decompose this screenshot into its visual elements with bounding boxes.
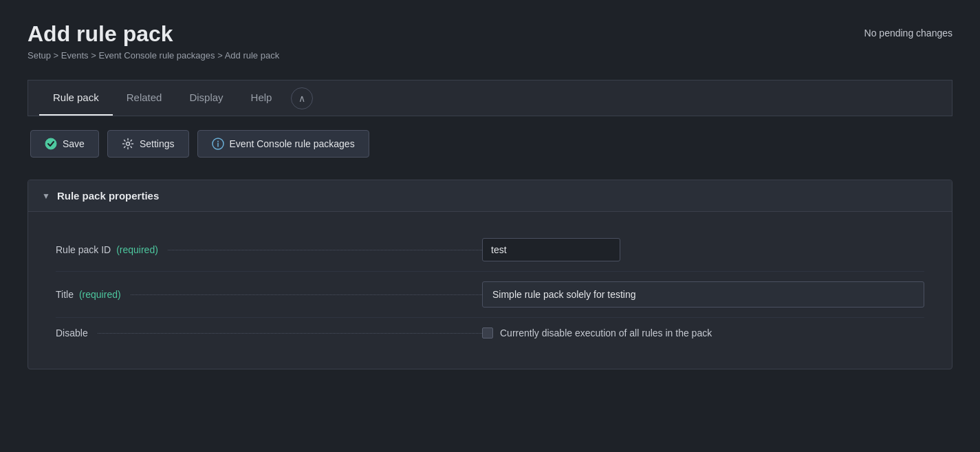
required-text-rule-pack-id: (required) bbox=[116, 244, 158, 255]
tab-display[interactable]: Display bbox=[175, 80, 237, 116]
page-header: Add rule pack Setup > Events > Event Con… bbox=[28, 22, 952, 61]
breadcrumb-current: Add rule pack bbox=[225, 50, 280, 61]
rule-pack-properties-section: ▼ Rule pack properties Rule pack ID (req… bbox=[28, 180, 952, 369]
svg-point-0 bbox=[45, 138, 56, 149]
title-input[interactable] bbox=[482, 281, 924, 308]
tab-related[interactable]: Related bbox=[113, 80, 176, 116]
settings-button-label: Settings bbox=[140, 138, 175, 149]
section-body: Rule pack ID (required) Title (required)… bbox=[28, 212, 952, 369]
section-title: Rule pack properties bbox=[57, 190, 159, 202]
breadcrumb-setup: Setup bbox=[28, 50, 51, 61]
save-button-label: Save bbox=[63, 138, 85, 149]
info-icon bbox=[212, 138, 224, 150]
svg-point-1 bbox=[126, 142, 129, 146]
breadcrumb-event-console: Event Console rule packages bbox=[98, 50, 215, 61]
save-check-icon bbox=[45, 138, 57, 150]
tab-rule-pack[interactable]: Rule pack bbox=[39, 80, 113, 116]
form-row-disable: Disable Currently disable execution of a… bbox=[56, 318, 924, 348]
breadcrumb: Setup > Events > Event Console rule pack… bbox=[28, 50, 279, 61]
disable-checkbox[interactable] bbox=[482, 327, 493, 338]
label-dots-rule-pack-id bbox=[168, 250, 482, 250]
page-title: Add rule pack bbox=[28, 22, 279, 46]
tab-help[interactable]: Help bbox=[237, 80, 286, 116]
event-console-button[interactable]: Event Console rule packages bbox=[197, 130, 369, 158]
save-button[interactable]: Save bbox=[30, 130, 99, 158]
form-row-title: Title (required) bbox=[56, 272, 924, 318]
label-dots-disable bbox=[98, 333, 482, 334]
chevron-up-icon: ∧ bbox=[298, 93, 305, 104]
section-header: ▼ Rule pack properties bbox=[28, 180, 952, 212]
pending-changes: No pending changes bbox=[864, 28, 952, 39]
action-bar: Save Settings Event Console rule package… bbox=[28, 130, 952, 158]
form-row-rule-pack-id: Rule pack ID (required) bbox=[56, 228, 924, 272]
disable-checkbox-label: Currently disable execution of all rules… bbox=[500, 327, 712, 338]
form-label-rule-pack-id: Rule pack ID (required) bbox=[56, 244, 482, 255]
label-text-disable: Disable bbox=[56, 327, 88, 338]
section-collapse-icon: ▼ bbox=[42, 191, 50, 201]
tab-bar: Rule pack Related Display Help ∧ bbox=[28, 80, 952, 116]
form-label-disable: Disable bbox=[56, 327, 482, 338]
gear-icon bbox=[122, 138, 134, 150]
breadcrumb-events: Events bbox=[61, 50, 89, 61]
rule-pack-id-input[interactable] bbox=[482, 238, 620, 261]
label-text-rule-pack-id: Rule pack ID bbox=[56, 244, 111, 255]
required-text-title: (required) bbox=[79, 289, 121, 300]
disable-checkbox-row: Currently disable execution of all rules… bbox=[482, 327, 712, 338]
label-text-title: Title bbox=[56, 289, 74, 300]
tab-collapse-button[interactable]: ∧ bbox=[291, 87, 313, 109]
label-dots-title bbox=[131, 294, 482, 295]
form-label-title: Title (required) bbox=[56, 289, 482, 300]
settings-button[interactable]: Settings bbox=[107, 130, 189, 158]
event-console-button-label: Event Console rule packages bbox=[230, 138, 355, 149]
svg-point-4 bbox=[217, 141, 219, 142]
